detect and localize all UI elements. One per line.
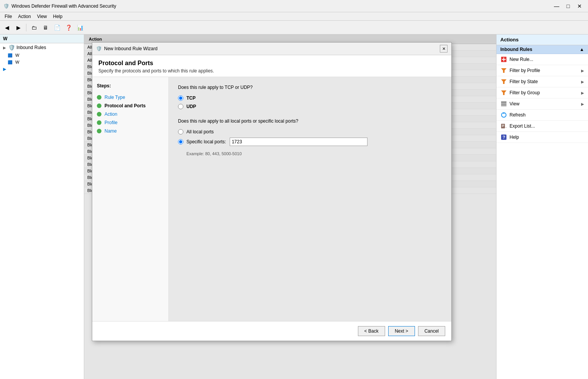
menu-action[interactable]: Action	[15, 13, 34, 20]
modal-overlay: 🛡️ New Inbound Rule Wizard ✕ Protocol an…	[84, 34, 496, 379]
tree-label-1: Inbound Rules	[16, 45, 46, 50]
view-icon	[500, 100, 507, 107]
radio-udp-label[interactable]: UDP	[178, 104, 442, 109]
tree-header: W	[0, 34, 84, 43]
refresh-icon	[500, 112, 507, 118]
step-action[interactable]: Action	[97, 110, 164, 118]
action-new-rule[interactable]: New Rule...	[497, 54, 588, 65]
next-button[interactable]: Next >	[388, 326, 415, 336]
window-controls: — □ ✕	[551, 1, 585, 11]
svg-marker-4	[501, 79, 506, 84]
radio-udp-text: UDP	[186, 104, 196, 109]
filter-group-arrow: ▶	[581, 91, 584, 95]
step-protocol[interactable]: Protocol and Ports	[97, 102, 164, 110]
app-icon: 🛡️	[3, 3, 9, 9]
ports-question: Does this rule apply to all local ports …	[178, 118, 442, 124]
action-export-label: Export List...	[510, 123, 535, 129]
tree-item-expand[interactable]: ▶	[0, 66, 84, 73]
tree-label-3: W	[15, 60, 19, 64]
actions-section-header: Inbound Rules ▲	[497, 45, 588, 54]
step-dot-1	[97, 95, 101, 100]
step-dot-4	[97, 120, 101, 125]
action-filter-state-label: Filter by State	[510, 79, 538, 84]
toolbar-btn-1[interactable]: 🗀	[29, 22, 39, 33]
tree-icon-2: 🟦	[8, 53, 12, 57]
step-name[interactable]: Name	[97, 127, 164, 135]
radio-tcp-text: TCP	[186, 95, 196, 101]
maximize-button[interactable]: □	[563, 1, 573, 11]
tree-icon-3: 🟦	[8, 60, 12, 64]
toolbar-btn-5[interactable]: 📊	[75, 22, 85, 33]
toolbar-separator-1	[26, 24, 26, 31]
radio-udp[interactable]	[178, 104, 183, 109]
svg-rect-8	[501, 105, 506, 106]
toolbar-btn-2[interactable]: 🖥	[40, 22, 51, 33]
svg-marker-3	[501, 68, 506, 73]
cancel-button[interactable]: Cancel	[418, 326, 445, 336]
toolbar-btn-3[interactable]: 📄	[52, 22, 62, 33]
tree-item-2[interactable]: 🟦 W	[0, 52, 84, 59]
menu-view[interactable]: View	[34, 13, 50, 20]
port-example: Example: 80, 443, 5000-5010	[186, 151, 442, 156]
app-title: Windows Defender Firewall with Advanced …	[11, 3, 551, 9]
port-value-input[interactable]	[230, 138, 368, 146]
radio-allports-text: All local ports	[186, 129, 214, 135]
export-icon: →	[500, 123, 507, 130]
dialog-body: Steps: Rule Type Protocol and Ports Acti…	[92, 77, 451, 321]
svg-text:?: ?	[503, 135, 505, 139]
radio-specificports-label[interactable]: Specific local ports:	[178, 139, 226, 144]
action-filter-profile[interactable]: Filter by Profile ▶	[497, 65, 588, 76]
step-label-4: Profile	[105, 120, 118, 125]
action-help[interactable]: ? Help	[497, 132, 588, 143]
action-view[interactable]: View ▶	[497, 98, 588, 110]
step-label-3: Action	[105, 112, 117, 117]
help-icon: ?	[500, 134, 507, 141]
menu-file[interactable]: File	[2, 13, 15, 20]
dialog-header: Protocol and Ports Specify the protocols…	[92, 55, 451, 77]
view-arrow: ▶	[581, 102, 584, 106]
radio-allports-label[interactable]: All local ports	[178, 129, 442, 135]
tree-expand-arrow: ▶	[3, 67, 6, 72]
radio-allports[interactable]	[178, 129, 183, 135]
radio-tcp[interactable]	[178, 95, 183, 101]
minimize-button[interactable]: —	[551, 1, 562, 11]
dialog-heading: Protocol and Ports	[98, 60, 445, 67]
toolbar-btn-4[interactable]: ❓	[63, 22, 74, 33]
actions-header: Actions	[497, 34, 588, 45]
action-filter-state[interactable]: Filter by State ▶	[497, 76, 588, 87]
actions-section-title: Inbound Rules	[500, 47, 532, 52]
dialog: 🛡️ New Inbound Rule Wizard ✕ Protocol an…	[92, 42, 452, 341]
svg-rect-7	[501, 103, 506, 105]
window-close-button[interactable]: ✕	[574, 1, 585, 11]
radio-specificports[interactable]	[178, 139, 183, 144]
action-filter-group[interactable]: Filter by Group ▶	[497, 87, 588, 98]
menu-help[interactable]: Help	[50, 13, 66, 20]
port-row: Specific local ports:	[178, 138, 442, 146]
center-area: Action AllowAllowAllowBlockBlockBlockBlo…	[84, 34, 496, 379]
toolbar-forward[interactable]: ▶	[13, 22, 24, 33]
svg-text:→: →	[505, 126, 507, 129]
radio-tcp-label[interactable]: TCP	[178, 95, 442, 101]
action-view-label: View	[510, 101, 519, 107]
step-rule-type[interactable]: Rule Type	[97, 93, 164, 102]
dialog-title-icon: 🛡️	[96, 46, 102, 51]
protocol-radio-group: TCP UDP	[178, 95, 442, 109]
filter-group-icon	[500, 89, 507, 96]
action-filter-profile-label: Filter by Profile	[510, 68, 540, 73]
filter-state-arrow: ▶	[581, 80, 584, 84]
step-label-1: Rule Type	[105, 95, 125, 100]
step-profile[interactable]: Profile	[97, 118, 164, 127]
filter-state-icon	[500, 78, 507, 85]
dialog-close-button[interactable]: ✕	[440, 45, 448, 53]
tree-item-1[interactable]: ▶ 🛡️ Inbound Rules	[0, 43, 84, 52]
action-export[interactable]: → Export List...	[497, 121, 588, 132]
step-label-2: Protocol and Ports	[105, 103, 145, 108]
action-refresh[interactable]: Refresh	[497, 110, 588, 121]
step-dot-2	[97, 103, 101, 108]
dialog-title-text: New Inbound Rule Wizard	[104, 46, 157, 51]
tree-item-3[interactable]: 🟦 W	[0, 59, 84, 66]
back-button[interactable]: < Back	[358, 326, 385, 336]
step-dot-5	[97, 129, 101, 133]
step-dot-3	[97, 112, 101, 116]
toolbar-back[interactable]: ◀	[2, 22, 12, 33]
